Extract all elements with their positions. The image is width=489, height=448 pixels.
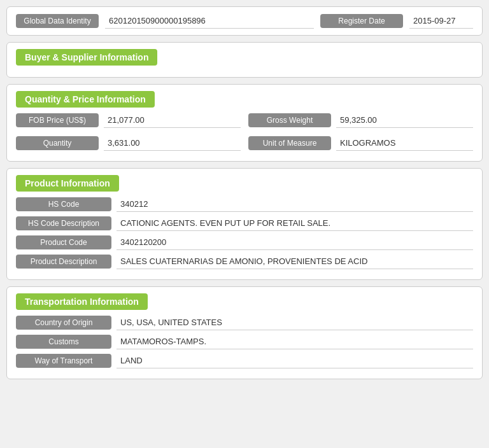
register-date-label: Register Date xyxy=(320,14,403,28)
origin-value: US, USA, UNITED STATES xyxy=(117,315,473,330)
customs-value: MATAMOROS-TAMPS. xyxy=(117,334,473,349)
product-info-header: Product Information xyxy=(16,175,119,192)
transportation-card: Transportation Information Country of Or… xyxy=(6,286,483,379)
gross-weight-value: 59,325.00 xyxy=(336,113,473,128)
fob-price-label: FOB Price (US$) xyxy=(16,113,99,127)
transportation-header: Transportation Information xyxy=(16,293,148,310)
origin-group: Country of Origin US, USA, UNITED STATES xyxy=(16,315,473,330)
hs-code-value: 340212 xyxy=(117,197,473,212)
customs-label: Customs xyxy=(16,335,111,349)
prod-desc-label: Product Description xyxy=(16,255,111,269)
hs-code-label: HS Code xyxy=(16,197,111,211)
uom-value: KILOGRAMOS xyxy=(336,136,473,151)
hs-code-group: HS Code 340212 xyxy=(16,197,473,212)
product-info-card: Product Information HS Code 340212 HS Co… xyxy=(6,168,483,280)
uom-label: Unit of Measure xyxy=(248,136,331,150)
global-id-label: Global Data Identity xyxy=(16,14,99,28)
prod-desc-group: Product Description SALES CUATERNARIAS D… xyxy=(16,254,473,269)
quantity-value: 3,631.00 xyxy=(104,136,241,151)
prod-code-label: Product Code xyxy=(16,235,111,249)
customs-group: Customs MATAMOROS-TAMPS. xyxy=(16,334,473,349)
hs-desc-value: CATIONIC AGENTS. EVEN PUT UP FOR RETAIL … xyxy=(117,216,473,231)
quantity-price-card: Quantity & Price Information FOB Price (… xyxy=(6,84,483,162)
uom-group: Unit of Measure KILOGRAMOS xyxy=(248,136,473,151)
gross-weight-label: Gross Weight xyxy=(248,113,331,127)
hs-desc-group: HS Code Description CATIONIC AGENTS. EVE… xyxy=(16,216,473,231)
register-date-value: 2015-09-27 xyxy=(409,13,473,29)
fob-price-group: FOB Price (US$) 21,077.00 xyxy=(16,113,241,128)
prod-code-group: Product Code 3402120200 xyxy=(16,235,473,250)
gross-weight-group: Gross Weight 59,325.00 xyxy=(248,113,473,128)
global-id-value: 620120150900000195896 xyxy=(105,13,314,29)
quantity-label: Quantity xyxy=(16,136,99,150)
prod-desc-value: SALES CUATERNARIAS DE AMONIO, PROVENIENT… xyxy=(117,254,473,269)
buyer-supplier-header: Buyer & Supplier Information xyxy=(16,49,157,66)
buyer-supplier-card: Buyer & Supplier Information xyxy=(6,42,483,78)
prod-code-value: 3402120200 xyxy=(117,235,473,250)
quantity-group: Quantity 3,631.00 xyxy=(16,136,241,151)
quantity-price-header: Quantity & Price Information xyxy=(16,91,155,108)
origin-label: Country of Origin xyxy=(16,316,111,330)
transport-label: Way of Transport xyxy=(16,354,111,368)
quantity-price-grid: FOB Price (US$) 21,077.00 Gross Weight 5… xyxy=(16,113,473,155)
global-identity-card: Global Data Identity 6201201509000001958… xyxy=(6,6,483,36)
hs-desc-label: HS Code Description xyxy=(16,216,111,230)
transport-value: LAND xyxy=(117,353,473,368)
transport-group: Way of Transport LAND xyxy=(16,353,473,368)
fob-price-value: 21,077.00 xyxy=(104,113,241,128)
